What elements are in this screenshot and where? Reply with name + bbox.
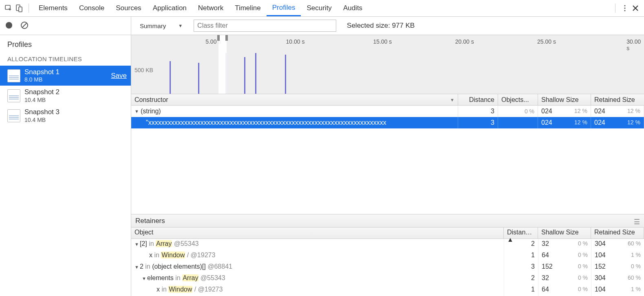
cell-shallow: 320 % xyxy=(538,273,591,285)
cell-retained: 1041 % xyxy=(591,285,644,296)
controls-bar: Summary ▼ Selected size: 977 KB xyxy=(131,17,644,35)
view-select[interactable]: Summary ▼ xyxy=(136,20,186,31)
header-constructor[interactable]: Constructor▼ xyxy=(131,94,458,105)
tab-console[interactable]: Console xyxy=(73,0,110,16)
cell-shallow: 640 % xyxy=(538,285,591,296)
header-retained[interactable]: Retained Size xyxy=(591,94,644,105)
timeline-tick: 20.00 s xyxy=(455,38,474,45)
cell-retained: 30460 % xyxy=(591,239,644,250)
retainer-prefix: x xyxy=(157,286,160,293)
cell-distance: 1 xyxy=(504,250,538,262)
cell-distance: 3 xyxy=(458,117,498,128)
cell-shallow: 320 % xyxy=(538,239,591,250)
retainer-prefix: [2] xyxy=(140,240,147,247)
retainer-row[interactable]: x in Window / @19273 1 640 % 1041 % xyxy=(131,285,644,296)
cell-distance: 3 xyxy=(458,106,498,117)
disclosure-icon[interactable]: ▼ xyxy=(135,265,139,269)
close-icon[interactable] xyxy=(630,3,641,13)
disclosure-icon[interactable]: ▼ xyxy=(135,109,139,114)
retainer-row[interactable]: ▼[2] in Array @55343 2 320 % 30460 % xyxy=(131,239,644,250)
svg-point-5 xyxy=(624,10,625,11)
constructor-table-body: ▼(string) 3 0 % 02412 % 02412 % "xxxxxxx… xyxy=(131,106,644,214)
constructor-table-header: Constructor▼ Distance Objects... Shallow… xyxy=(131,94,644,106)
separator xyxy=(615,4,615,13)
cell-distance: 2 xyxy=(504,273,538,285)
profiles-sidebar: Profiles ALLOCATION TIMELINES Snapshot 1… xyxy=(0,17,131,296)
snapshot-item[interactable]: Snapshot 1 8.0 MB Save xyxy=(0,66,131,86)
cell-shallow: 640 % xyxy=(538,250,591,262)
retainer-row[interactable]: ▼2 in (object elements)[] @68841 3 1520 … xyxy=(131,262,644,273)
timeline-tick: 25.00 s xyxy=(537,38,556,45)
snapshot-size: 10.4 MB xyxy=(24,117,127,124)
tab-elements[interactable]: Elements xyxy=(33,0,73,16)
cell-distance: 2 xyxy=(504,239,538,250)
constructor-text: "xxxxxxxxxxxxxxxxxxxxxxxxxxxxxxxxxxxxxxx… xyxy=(146,119,386,126)
retainer-suffix: / @19273 xyxy=(185,252,215,258)
snapshot-name: Snapshot 2 xyxy=(24,88,127,96)
retainer-row[interactable]: x in Window / @19273 1 640 % 1041 % xyxy=(131,250,644,262)
header-shallow2[interactable]: Shallow Size xyxy=(538,228,591,239)
table-row[interactable]: "xxxxxxxxxxxxxxxxxxxxxxxxxxxxxxxxxxxxxxx… xyxy=(131,117,644,128)
snapshot-name: Snapshot 3 xyxy=(24,108,127,116)
header-object[interactable]: Object xyxy=(131,228,504,239)
sidebar-title: Profiles xyxy=(0,35,131,51)
tab-sources[interactable]: Sources xyxy=(110,0,147,16)
cell-shallow: 02412 % xyxy=(538,106,591,117)
class-filter-input[interactable] xyxy=(194,20,336,32)
kebab-icon[interactable] xyxy=(620,3,630,13)
chevron-down-icon: ▼ xyxy=(178,23,183,28)
snapshot-size: 10.4 MB xyxy=(24,97,127,104)
cell-objects xyxy=(498,117,538,128)
snapshot-icon xyxy=(7,69,20,82)
retainer-suffix: @55343 xyxy=(172,240,198,247)
cell-shallow: 02412 % xyxy=(538,117,591,128)
cell-shallow: 1520 % xyxy=(538,262,591,273)
cell-retained: 02412 % xyxy=(591,117,644,128)
save-link[interactable]: Save xyxy=(111,72,127,80)
retainer-suffix: @68841 xyxy=(206,263,232,270)
tab-network[interactable]: Network xyxy=(192,0,229,16)
header-distance[interactable]: Distance xyxy=(458,94,498,105)
inspect-icon[interactable] xyxy=(3,3,14,13)
constructor-text: (string) xyxy=(141,108,161,115)
header-distance2[interactable]: Distan…▲ xyxy=(504,228,538,239)
tab-timeline[interactable]: Timeline xyxy=(229,0,267,16)
disclosure-icon[interactable]: ▼ xyxy=(142,276,146,281)
selection-handle[interactable] xyxy=(217,35,220,41)
device-icon[interactable] xyxy=(14,3,24,13)
clear-icon[interactable] xyxy=(20,21,29,31)
disclosure-icon[interactable]: ▼ xyxy=(135,242,139,247)
tab-application[interactable]: Application xyxy=(147,0,192,16)
header-retained2[interactable]: Retained Size xyxy=(591,228,644,239)
header-shallow[interactable]: Shallow Size xyxy=(538,94,591,105)
retainer-suffix: @55343 xyxy=(198,274,225,281)
retainer-row[interactable]: ▼elements in Array @55343 2 320 % 30460 … xyxy=(131,273,644,285)
hamburger-icon[interactable]: ☰ xyxy=(634,218,640,226)
cell-retained: 1041 % xyxy=(591,250,644,262)
header-objects[interactable]: Objects... xyxy=(498,94,538,105)
main-panel: Summary ▼ Selected size: 977 KB 500 KB 5… xyxy=(131,17,644,296)
tab-security[interactable]: Security xyxy=(301,0,337,16)
cell-objects: 0 % xyxy=(498,106,538,117)
selection-handle[interactable] xyxy=(225,35,228,41)
allocation-timeline[interactable]: 500 KB 5.00 s10.00 s15.00 s20.00 s25.00 … xyxy=(131,35,644,94)
cell-retained: 02412 % xyxy=(591,106,644,117)
snapshot-item[interactable]: Snapshot 3 10.4 MB xyxy=(0,106,131,126)
snapshot-icon xyxy=(7,89,20,102)
table-row[interactable]: ▼(string) 3 0 % 02412 % 02412 % xyxy=(131,106,644,117)
tab-audits[interactable]: Audits xyxy=(337,0,368,16)
svg-point-3 xyxy=(624,5,625,6)
cell-distance: 3 xyxy=(504,262,538,273)
tab-profiles[interactable]: Profiles xyxy=(267,0,301,16)
snapshot-size: 8.0 MB xyxy=(24,76,111,83)
record-icon[interactable] xyxy=(5,21,13,31)
timeline-tick: 15.00 s xyxy=(373,38,392,45)
timeline-tick: 10.00 s xyxy=(286,38,305,45)
timeline-selection[interactable] xyxy=(218,35,227,94)
snapshot-icon xyxy=(7,109,20,122)
retainers-title: Retainers xyxy=(135,217,165,225)
retainer-prefix: x xyxy=(149,252,152,258)
snapshot-item[interactable]: Snapshot 2 10.4 MB xyxy=(0,86,131,106)
separator xyxy=(29,4,29,13)
allocation-bar xyxy=(198,63,199,94)
